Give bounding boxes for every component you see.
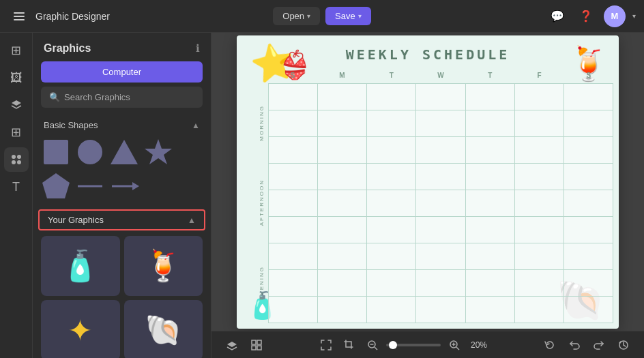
grid-cell[interactable] xyxy=(466,164,515,190)
sidebar-home-button[interactable]: ⊞ xyxy=(4,38,29,63)
redo-button[interactable] xyxy=(589,335,609,355)
grid-cell[interactable] xyxy=(466,270,515,297)
layers-toggle-button[interactable] xyxy=(222,335,241,355)
grid-cell[interactable] xyxy=(564,164,613,190)
grid-cell[interactable] xyxy=(416,164,465,190)
shape-pentagon[interactable] xyxy=(41,171,71,201)
shape-star[interactable] xyxy=(143,137,173,167)
grid-cell[interactable] xyxy=(466,217,515,243)
shape-square[interactable] xyxy=(41,137,71,167)
search-button[interactable]: 🔍 Search Graphics xyxy=(41,87,203,108)
grid-toggle-button[interactable] xyxy=(247,335,266,355)
grid-cell[interactable] xyxy=(466,137,515,164)
grid-cell[interactable] xyxy=(416,84,465,110)
grid-cell[interactable] xyxy=(318,243,367,270)
grid-cell[interactable] xyxy=(466,297,515,323)
graphic-item-drink[interactable]: 🍹 xyxy=(124,236,203,296)
crop-button[interactable] xyxy=(340,335,359,355)
grid-cell[interactable] xyxy=(564,190,613,217)
sidebar-graphics-button[interactable] xyxy=(4,147,29,172)
your-graphics-section-header[interactable]: Your Graphics ▲ xyxy=(38,209,205,230)
avatar-chevron-icon[interactable]: ▾ xyxy=(632,12,636,20)
grid-cell[interactable] xyxy=(466,84,515,110)
computer-button[interactable]: Computer xyxy=(41,61,203,83)
fit-page-button[interactable] xyxy=(317,335,336,355)
grid-cell[interactable] xyxy=(318,270,367,297)
grid-cell[interactable] xyxy=(515,297,564,323)
grid-cell[interactable] xyxy=(318,190,367,217)
grid-cell[interactable] xyxy=(269,110,318,137)
history-button[interactable] xyxy=(614,335,633,355)
grid-cell[interactable] xyxy=(416,297,465,323)
grid-cell[interactable] xyxy=(466,110,515,137)
zoom-out-button[interactable] xyxy=(363,335,382,355)
grid-cell[interactable] xyxy=(367,84,416,110)
hamburger-menu-button[interactable] xyxy=(8,5,30,27)
shape-arrow[interactable] xyxy=(109,171,139,201)
grid-cell[interactable] xyxy=(515,84,564,110)
grid-cell[interactable] xyxy=(515,164,564,190)
canvas-workspace[interactable]: ⭐ 👙 🍹 🧴 🐚 WEEKLY SCHEDULE MORNING xyxy=(211,33,644,331)
grid-cell[interactable] xyxy=(367,110,416,137)
shape-triangle[interactable] xyxy=(109,137,139,167)
grid-cell[interactable] xyxy=(269,137,318,164)
grid-cell[interactable] xyxy=(564,84,613,110)
grid-cell[interactable] xyxy=(269,84,318,110)
sidebar-layers-button[interactable] xyxy=(4,93,29,117)
sidebar-image-button[interactable]: 🖼 xyxy=(4,65,29,90)
grid-cell[interactable] xyxy=(367,297,416,323)
grid-cell[interactable] xyxy=(269,190,318,217)
grid-cell[interactable] xyxy=(416,190,465,217)
grid-cell[interactable] xyxy=(416,110,465,137)
grid-cell[interactable] xyxy=(367,270,416,297)
avatar-button[interactable]: M xyxy=(604,5,626,27)
grid-cell[interactable] xyxy=(367,217,416,243)
grid-cell[interactable] xyxy=(318,217,367,243)
grid-cell[interactable] xyxy=(564,110,613,137)
grid-cell[interactable] xyxy=(269,243,318,270)
grid-cell[interactable] xyxy=(367,164,416,190)
grid-cell[interactable] xyxy=(318,137,367,164)
help-button[interactable]: ❓ xyxy=(575,5,597,27)
grid-cell[interactable] xyxy=(466,243,515,270)
grid-cell[interactable] xyxy=(318,110,367,137)
grid-cell[interactable] xyxy=(269,297,318,323)
grid-cell[interactable] xyxy=(515,270,564,297)
grid-cell[interactable] xyxy=(564,137,613,164)
grid-cell[interactable] xyxy=(564,297,613,323)
grid-cell[interactable] xyxy=(416,217,465,243)
grid-cell[interactable] xyxy=(515,110,564,137)
grid-cell[interactable] xyxy=(466,190,515,217)
graphic-item-starfish[interactable]: ✦ xyxy=(41,300,120,358)
grid-cell[interactable] xyxy=(269,164,318,190)
save-button[interactable]: Save ▾ xyxy=(325,7,371,25)
zoom-in-button[interactable] xyxy=(445,335,464,355)
grid-cell[interactable] xyxy=(515,190,564,217)
undo-button[interactable] xyxy=(565,335,584,355)
rotate-ccw-button[interactable] xyxy=(540,335,559,355)
grid-cell[interactable] xyxy=(318,84,367,110)
info-icon[interactable]: ℹ xyxy=(196,42,200,55)
grid-cell[interactable] xyxy=(564,243,613,270)
sidebar-grid-button[interactable]: ⊞ xyxy=(4,120,29,145)
grid-cell[interactable] xyxy=(269,217,318,243)
grid-cell[interactable] xyxy=(318,164,367,190)
grid-cell[interactable] xyxy=(318,297,367,323)
grid-cell[interactable] xyxy=(515,217,564,243)
sidebar-text-button[interactable]: T xyxy=(4,175,29,199)
grid-cell[interactable] xyxy=(564,217,613,243)
grid-cell[interactable] xyxy=(515,137,564,164)
grid-cell[interactable] xyxy=(416,243,465,270)
grid-cell[interactable] xyxy=(367,137,416,164)
grid-cell[interactable] xyxy=(367,243,416,270)
grid-cell[interactable] xyxy=(367,190,416,217)
graphic-item-sunscreen[interactable]: 🧴 xyxy=(41,236,120,296)
shape-line[interactable] xyxy=(75,171,105,201)
grid-cell[interactable] xyxy=(416,270,465,297)
basic-shapes-section-header[interactable]: Basic Shapes ▲ xyxy=(33,115,211,134)
grid-cell[interactable] xyxy=(564,270,613,297)
open-button[interactable]: Open ▾ xyxy=(273,7,320,25)
shape-circle[interactable] xyxy=(75,137,105,167)
grid-cell[interactable] xyxy=(269,270,318,297)
graphic-item-shell[interactable]: 🐚 xyxy=(124,300,203,358)
